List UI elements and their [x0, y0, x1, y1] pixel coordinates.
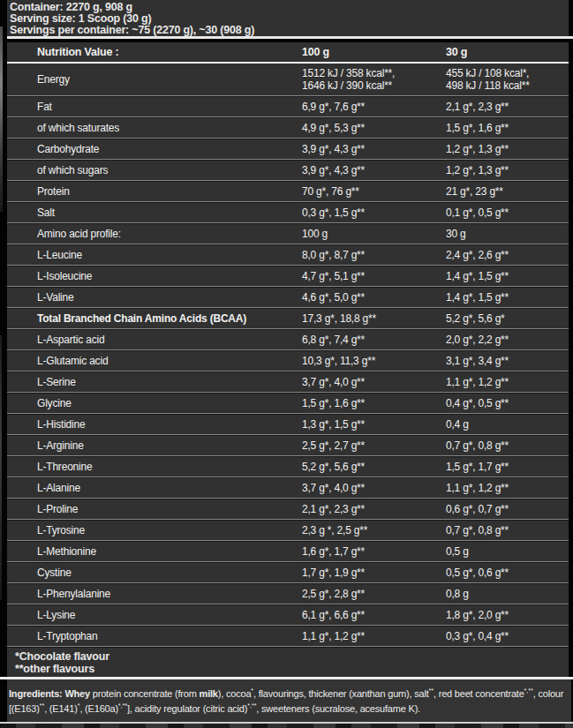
row-label: Glycine: [7, 397, 302, 409]
row-value-30g: 21 g*, 23 g**: [446, 185, 569, 198]
table-row: L-Alanine 3,7 g*, 4,0 g** 1,1 g*, 1,2 g*…: [7, 477, 569, 498]
table-row: L-Aspartic acid 6,8 g*, 7,4 g** 2,0 g*, …: [7, 328, 569, 349]
table-row: L-Threonine 5,2 g*, 5,6 g** 1,5 g*, 1,7 …: [7, 455, 569, 477]
row-value-100g: 2,3 g *, 2,5 g**: [302, 524, 446, 537]
table-row: Carbohydrate 3,9 g*, 4,3 g** 1,2 g*, 1,3…: [7, 138, 569, 159]
table-row: L-Proline 2,1 g*, 2,3 g** 0,6 g*, 0,7 g*…: [7, 498, 569, 519]
nutrition-label: Container: 2270 g, 908 g Serving size: 1…: [0, 0, 573, 728]
table-row: L-Serine 3,7 g*, 4,0 g** 1,1 g*, 1,2 g**: [7, 371, 569, 392]
row-value-100g: 2,5 g*, 2,8 g**: [302, 588, 446, 600]
servings-per-container: Servings per container: ~75 (2270 g), ~3…: [10, 25, 569, 36]
row-label: L-Valine: [7, 291, 302, 304]
row-value-100g: 0,3 g*, 1,5 g**: [302, 206, 446, 219]
row-value-100g: 2,5 g*, 2,7 g**: [302, 439, 446, 452]
row-value-100g: 4,7 g*, 5,1 g**: [302, 270, 446, 282]
row-value-100g: 4,9 g*, 5,3 g**: [302, 122, 446, 134]
row-value-30g: 1,5 g*, 1,7 g**: [446, 461, 569, 473]
row-value-30g: 0,4 g*, 0,5 g**: [446, 397, 569, 409]
table-row: Energy 1512 kJ / 358 kcal**, 1646 kJ / 3…: [7, 64, 569, 95]
table-row: of which saturates 4,9 g*, 5,3 g** 1,5 g…: [7, 116, 569, 138]
photo-edge-glint: [0, 26, 3, 212]
table-row: Glycine 1,5 g*, 1,6 g** 0,4 g*, 0,5 g**: [7, 392, 569, 413]
table-row: L-Isoleucine 4,7 g*, 5,1 g** 1,4 g*, 1,5…: [7, 265, 569, 286]
row-value-30g: 1,2 g*, 1,3 g**: [446, 164, 569, 176]
table-row: Total Branched Chain Amino Acids (BCAA) …: [7, 307, 569, 328]
row-label: L-Tyrosine: [7, 524, 302, 537]
row-label: Salt: [7, 206, 302, 219]
row-value-100g: 3,9 g*, 4,3 g**: [302, 143, 446, 155]
row-label: L-Isoleucine: [7, 270, 302, 282]
table-row: L-Glutamic acid 10,3 g*, 11,3 g** 3,1 g*…: [7, 349, 569, 371]
row-value-30g: 0,7 g*, 0,8 g**: [446, 524, 569, 537]
row-value-100g: 3,7 g*, 4,0 g**: [302, 376, 446, 388]
row-value-100g: 70 g*, 76 g**: [302, 185, 446, 198]
row-value-100g: 17,3 g*, 18,8 g**: [302, 312, 446, 325]
row-value-30g: 1,2 g*, 1,3 g**: [446, 143, 569, 155]
row-label: L-Lysine: [7, 609, 302, 621]
row-value-30g: 0,5 g*, 0,6 g**: [446, 567, 569, 579]
row-label: L-Proline: [7, 503, 302, 515]
row-value-100g: 2,1 g*, 2,3 g**: [302, 503, 446, 515]
row-value-30g: 0,5 g: [446, 545, 569, 558]
footnote-other: **other flavours: [15, 664, 569, 676]
row-label: L-Serine: [7, 376, 302, 388]
row-value-30g: 1,8 g*, 2,0 g**: [446, 609, 569, 621]
row-value-100g: 1,1 g*, 1,2 g**: [302, 630, 446, 642]
divider-top: [7, 36, 573, 39]
table-row: Salt 0,3 g*, 1,5 g** 0,1 g*, 0,5 g**: [7, 201, 569, 222]
row-label: Carbohydrate: [7, 143, 302, 155]
row-value-30g: 2,4 g*, 2,6 g**: [446, 249, 569, 261]
row-value-100g: 6,8 g*, 7,4 g**: [302, 334, 446, 346]
row-value-30g: 30 g: [446, 228, 569, 240]
row-value-30g: 5,2 g*, 5,6 g*: [446, 312, 569, 325]
row-label: L-Glutamic acid: [7, 355, 302, 367]
table-row: L-Lysine 6,1 g*, 6,6 g** 1,8 g*, 2,0 g**: [7, 604, 569, 625]
row-label: Cystine: [7, 567, 302, 579]
row-value-100g: 4,6 g*, 5,0 g**: [302, 291, 446, 304]
row-value-100g: 10,3 g*, 11,3 g**: [302, 355, 446, 367]
table-row: L-Tyrosine 2,3 g *, 2,5 g** 0,7 g*, 0,8 …: [7, 519, 569, 540]
row-label: Fat: [7, 101, 302, 113]
table-row: L-Leucine 8,0 g*, 8,7 g** 2,4 g*, 2,6 g*…: [7, 244, 569, 265]
row-value-100g: 8,0 g*, 8,7 g**: [302, 249, 446, 261]
row-value-100g: 1512 kJ / 358 kcal**, 1646 kJ / 390 kcal…: [302, 67, 446, 92]
row-value-100g: 6,1 g*, 6,6 g**: [302, 609, 446, 621]
row-value-30g: 1,4 g*, 1,5 g**: [446, 270, 569, 282]
row-label: of which saturates: [7, 122, 302, 134]
flavour-footnotes: *Chocolate flavour **other flavours: [7, 646, 569, 675]
row-value-30g: 0,6 g*, 0,7 g**: [446, 503, 569, 515]
photo-edge-glint-lower: [0, 335, 2, 600]
row-value-30g: 0,1 g*, 0,5 g**: [446, 206, 569, 219]
table-row: L-Tryptophan 1,1 g*, 1,2 g** 0,3 g*, 0,4…: [7, 625, 569, 646]
table-row: Amino acid profile: 100 g 30 g: [7, 222, 569, 244]
table-row: L-Methionine 1,6 g*, 1,7 g** 0,5 g: [7, 540, 569, 561]
row-value-100g: 100 g: [302, 228, 446, 240]
row-value-100g: 5,2 g*, 5,6 g**: [302, 461, 446, 473]
row-value-30g: 0,3 g*, 0,4 g**: [446, 630, 569, 642]
row-value-30g: 1,5 g*, 1,6 g**: [446, 122, 569, 134]
row-value-30g: 455 kJ / 108 kcal*, 498 kJ / 118 kcal**: [446, 67, 569, 92]
photo-background-band: [0, 724, 573, 728]
row-label: L-Methionine: [7, 545, 302, 558]
table-row: L-Valine 4,6 g*, 5,0 g** 1,4 g*, 1,5 g**: [7, 286, 569, 307]
row-value-100g: 1,5 g*, 1,6 g**: [302, 397, 446, 409]
row-value-30g: 0,4 g: [446, 418, 569, 431]
row-value-100g: 1,3 g*, 1,5 g**: [302, 418, 446, 431]
package-info: Container: 2270 g, 908 g Serving size: 1…: [7, 0, 569, 36]
row-value-30g: 3,1 g*, 3,4 g**: [446, 355, 569, 367]
row-value-30g: 1,1 g*, 1,2 g**: [446, 376, 569, 388]
table-row: of which sugars 3,9 g*, 4,3 g** 1,2 g*, …: [7, 159, 569, 180]
table-row: L-Phenylalanine 2,5 g*, 2,8 g** 0,8 g: [7, 582, 569, 604]
table-header-row: Nutrition Value : 100 g 30 g: [7, 42, 569, 62]
table-rows: Energy 1512 kJ / 358 kcal**, 1646 kJ / 3…: [7, 64, 569, 646]
row-label: L-Threonine: [7, 461, 302, 473]
footnote-chocolate: *Chocolate flavour: [15, 651, 569, 664]
header-100g: 100 g: [302, 46, 446, 58]
row-label: Energy: [7, 73, 302, 86]
table-row: L-Histidine 1,3 g*, 1,5 g** 0,4 g: [7, 413, 569, 434]
table-row: L-Arginine 2,5 g*, 2,7 g** 0,7 g*, 0,8 g…: [7, 434, 569, 455]
row-label: L-Aspartic acid: [7, 334, 302, 346]
table-row: Protein 70 g*, 76 g** 21 g*, 23 g**: [7, 180, 569, 201]
header-30g: 30 g: [446, 46, 569, 58]
row-value-30g: 2,0 g*, 2,2 g**: [446, 334, 569, 346]
